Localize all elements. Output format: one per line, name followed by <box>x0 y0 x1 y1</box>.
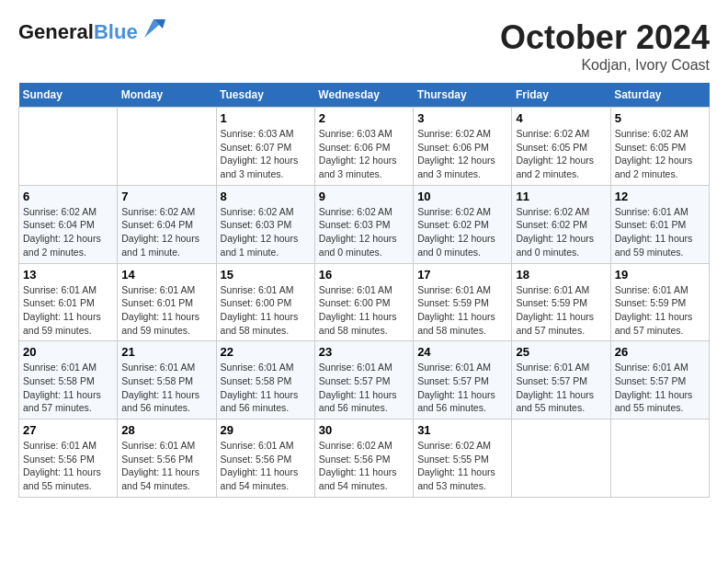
week-row-0: 1Sunrise: 6:03 AM Sunset: 6:07 PM Daylig… <box>19 108 710 186</box>
calendar-cell <box>118 108 216 186</box>
day-number: 1 <box>221 111 311 125</box>
day-info: Sunrise: 6:02 AM Sunset: 5:56 PM Dayligh… <box>319 439 409 493</box>
calendar-cell: 28Sunrise: 6:01 AM Sunset: 5:56 PM Dayli… <box>118 419 216 498</box>
logo: GeneralBlue <box>18 18 167 46</box>
day-info: Sunrise: 6:01 AM Sunset: 5:59 PM Dayligh… <box>516 283 606 338</box>
calendar-cell: 15Sunrise: 6:01 AM Sunset: 6:00 PM Dayli… <box>216 263 314 341</box>
day-number: 2 <box>319 111 409 125</box>
calendar-cell: 3Sunrise: 6:02 AM Sunset: 6:06 PM Daylig… <box>414 108 512 186</box>
week-row-2: 13Sunrise: 6:01 AM Sunset: 6:01 PM Dayli… <box>19 263 710 341</box>
day-number: 13 <box>23 268 113 282</box>
day-number: 21 <box>121 345 211 359</box>
calendar-cell: 1Sunrise: 6:03 AM Sunset: 6:07 PM Daylig… <box>216 108 314 186</box>
day-header-tuesday: Tuesday <box>216 83 314 108</box>
day-info: Sunrise: 6:01 AM Sunset: 5:56 PM Dayligh… <box>23 439 113 493</box>
day-info: Sunrise: 6:01 AM Sunset: 5:59 PM Dayligh… <box>615 283 705 338</box>
day-info: Sunrise: 6:02 AM Sunset: 6:04 PM Dayligh… <box>121 205 211 259</box>
calendar-cell: 27Sunrise: 6:01 AM Sunset: 5:56 PM Dayli… <box>19 419 118 498</box>
day-number: 17 <box>417 268 507 282</box>
day-info: Sunrise: 6:02 AM Sunset: 6:05 PM Dayligh… <box>516 127 606 181</box>
day-header-saturday: Saturday <box>610 83 709 108</box>
day-info: Sunrise: 6:02 AM Sunset: 6:05 PM Dayligh… <box>615 127 705 181</box>
day-info: Sunrise: 6:01 AM Sunset: 5:58 PM Dayligh… <box>23 361 113 415</box>
calendar-cell <box>19 108 118 186</box>
calendar-cell: 24Sunrise: 6:01 AM Sunset: 5:57 PM Dayli… <box>414 341 512 419</box>
calendar-cell: 31Sunrise: 6:02 AM Sunset: 5:55 PM Dayli… <box>414 419 512 498</box>
day-number: 5 <box>615 111 705 125</box>
calendar-cell <box>610 419 709 498</box>
day-number: 16 <box>319 268 409 282</box>
calendar-cell: 7Sunrise: 6:02 AM Sunset: 6:04 PM Daylig… <box>118 185 216 263</box>
day-info: Sunrise: 6:01 AM Sunset: 5:56 PM Dayligh… <box>221 439 311 493</box>
location-subtitle: Kodjan, Ivory Coast <box>500 57 710 74</box>
day-info: Sunrise: 6:01 AM Sunset: 6:01 PM Dayligh… <box>23 283 113 338</box>
day-number: 12 <box>615 190 705 203</box>
day-number: 6 <box>23 190 113 203</box>
calendar-cell: 25Sunrise: 6:01 AM Sunset: 5:57 PM Dayli… <box>512 341 610 419</box>
logo-icon <box>140 15 167 42</box>
day-number: 20 <box>23 345 113 359</box>
calendar-header: SundayMondayTuesdayWednesdayThursdayFrid… <box>19 83 710 108</box>
day-info: Sunrise: 6:01 AM Sunset: 5:56 PM Dayligh… <box>121 439 211 493</box>
day-header-sunday: Sunday <box>19 83 118 108</box>
day-number: 19 <box>615 268 705 282</box>
calendar-cell: 10Sunrise: 6:02 AM Sunset: 6:02 PM Dayli… <box>414 185 512 263</box>
calendar-cell: 22Sunrise: 6:01 AM Sunset: 5:58 PM Dayli… <box>216 341 314 419</box>
day-number: 10 <box>417 190 507 203</box>
calendar-cell: 29Sunrise: 6:01 AM Sunset: 5:56 PM Dayli… <box>216 419 314 498</box>
day-info: Sunrise: 6:01 AM Sunset: 6:00 PM Dayligh… <box>221 283 311 338</box>
calendar-cell: 16Sunrise: 6:01 AM Sunset: 6:00 PM Dayli… <box>314 263 413 341</box>
calendar-cell: 19Sunrise: 6:01 AM Sunset: 5:59 PM Dayli… <box>610 263 709 341</box>
day-number: 18 <box>516 268 606 282</box>
day-info: Sunrise: 6:01 AM Sunset: 5:57 PM Dayligh… <box>417 361 507 415</box>
day-number: 27 <box>23 423 113 437</box>
calendar-cell: 30Sunrise: 6:02 AM Sunset: 5:56 PM Dayli… <box>314 419 413 498</box>
day-info: Sunrise: 6:01 AM Sunset: 6:01 PM Dayligh… <box>615 205 705 259</box>
calendar-cell: 8Sunrise: 6:02 AM Sunset: 6:03 PM Daylig… <box>216 185 314 263</box>
day-number: 15 <box>221 268 311 282</box>
day-info: Sunrise: 6:01 AM Sunset: 5:57 PM Dayligh… <box>319 361 409 415</box>
day-info: Sunrise: 6:01 AM Sunset: 6:01 PM Dayligh… <box>121 283 211 338</box>
day-header-friday: Friday <box>512 83 610 108</box>
calendar-cell: 18Sunrise: 6:01 AM Sunset: 5:59 PM Dayli… <box>512 263 610 341</box>
day-header-wednesday: Wednesday <box>314 83 413 108</box>
calendar-cell: 13Sunrise: 6:01 AM Sunset: 6:01 PM Dayli… <box>19 263 118 341</box>
day-header-thursday: Thursday <box>414 83 512 108</box>
calendar-cell: 4Sunrise: 6:02 AM Sunset: 6:05 PM Daylig… <box>512 108 610 186</box>
day-number: 11 <box>516 190 606 203</box>
day-number: 26 <box>615 345 705 359</box>
day-info: Sunrise: 6:02 AM Sunset: 6:02 PM Dayligh… <box>516 205 606 259</box>
day-info: Sunrise: 6:01 AM Sunset: 5:58 PM Dayligh… <box>121 361 211 415</box>
day-info: Sunrise: 6:02 AM Sunset: 6:02 PM Dayligh… <box>417 205 507 259</box>
day-info: Sunrise: 6:01 AM Sunset: 5:58 PM Dayligh… <box>221 361 311 415</box>
day-info: Sunrise: 6:02 AM Sunset: 6:06 PM Dayligh… <box>417 127 507 181</box>
calendar-cell: 20Sunrise: 6:01 AM Sunset: 5:58 PM Dayli… <box>19 341 118 419</box>
day-info: Sunrise: 6:01 AM Sunset: 5:59 PM Dayligh… <box>417 283 507 338</box>
day-info: Sunrise: 6:02 AM Sunset: 6:03 PM Dayligh… <box>319 205 409 259</box>
calendar-cell: 9Sunrise: 6:02 AM Sunset: 6:03 PM Daylig… <box>314 185 413 263</box>
day-number: 8 <box>221 190 311 203</box>
page-header: GeneralBlue October 2024 Kodjan, Ivory C… <box>18 18 710 74</box>
logo-text: GeneralBlue <box>18 21 138 43</box>
calendar-cell: 23Sunrise: 6:01 AM Sunset: 5:57 PM Dayli… <box>314 341 413 419</box>
day-number: 23 <box>319 345 409 359</box>
day-info: Sunrise: 6:02 AM Sunset: 5:55 PM Dayligh… <box>417 439 507 493</box>
day-number: 3 <box>417 111 507 125</box>
calendar-cell: 17Sunrise: 6:01 AM Sunset: 5:59 PM Dayli… <box>414 263 512 341</box>
day-info: Sunrise: 6:01 AM Sunset: 5:57 PM Dayligh… <box>615 361 705 415</box>
calendar-cell: 14Sunrise: 6:01 AM Sunset: 6:01 PM Dayli… <box>118 263 216 341</box>
month-title: October 2024 <box>500 18 710 57</box>
calendar-table: SundayMondayTuesdayWednesdayThursdayFrid… <box>18 83 710 498</box>
calendar-cell: 11Sunrise: 6:02 AM Sunset: 6:02 PM Dayli… <box>512 185 610 263</box>
day-number: 28 <box>121 423 211 437</box>
day-number: 4 <box>516 111 606 125</box>
day-number: 30 <box>319 423 409 437</box>
day-header-monday: Monday <box>118 83 216 108</box>
day-number: 31 <box>417 423 507 437</box>
day-number: 24 <box>417 345 507 359</box>
calendar-cell: 26Sunrise: 6:01 AM Sunset: 5:57 PM Dayli… <box>610 341 709 419</box>
day-number: 22 <box>221 345 311 359</box>
calendar-cell <box>512 419 610 498</box>
week-row-4: 27Sunrise: 6:01 AM Sunset: 5:56 PM Dayli… <box>19 419 710 498</box>
day-info: Sunrise: 6:03 AM Sunset: 6:06 PM Dayligh… <box>319 127 409 181</box>
